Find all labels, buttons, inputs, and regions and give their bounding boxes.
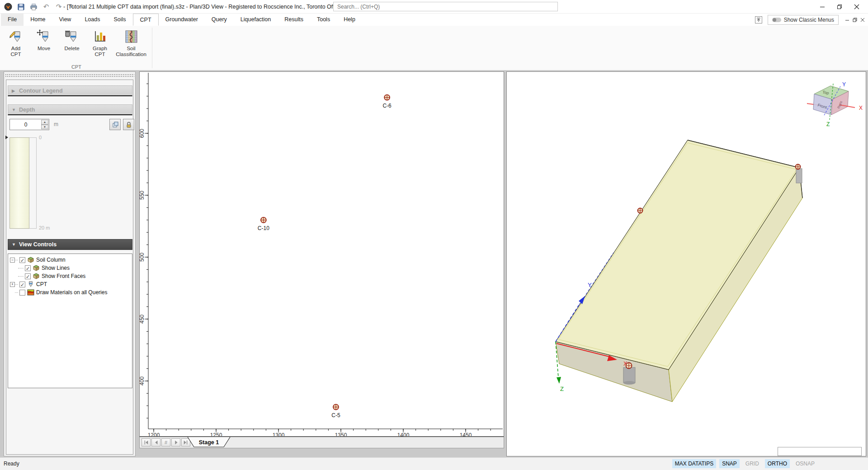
viewcube[interactable]: X Y Z Top Front Right xyxy=(807,81,863,127)
soil-column-checkbox[interactable] xyxy=(19,257,25,263)
contour-legend-header[interactable]: Contour Legend xyxy=(8,85,132,96)
status-toggle-snap[interactable]: SNAP xyxy=(719,459,740,468)
cpt-point-label: C-5 xyxy=(331,412,340,418)
tab-liquefaction[interactable]: Liquefaction xyxy=(234,14,278,26)
add-cpt-button[interactable]: AddCPT xyxy=(2,27,30,57)
status-toggle-osnap[interactable]: OSNAP xyxy=(793,459,817,468)
cpt-cone-icon xyxy=(27,281,35,288)
next-stage-button[interactable] xyxy=(171,438,180,446)
x-tick-label: 1450 xyxy=(460,432,472,436)
x-tick-label: 1400 xyxy=(397,432,410,436)
cpt-point-label: C-10 xyxy=(258,225,269,231)
cpt-checkbox[interactable] xyxy=(19,282,25,287)
mdi-close-button[interactable] xyxy=(859,16,866,24)
tab-home[interactable]: Home xyxy=(24,14,52,26)
cpt-point-label: C-6 xyxy=(382,103,392,109)
tab-query[interactable]: Query xyxy=(205,14,234,26)
spinner-up-button[interactable] xyxy=(41,120,48,125)
tab-tools[interactable]: Tools xyxy=(310,14,337,26)
x-tick-label: 1350 xyxy=(335,432,347,436)
svg-text:Z: Z xyxy=(560,385,564,392)
workspace: Contour Legend Depth m xyxy=(0,70,868,457)
status-toggle-max-datatips[interactable]: MAX DATATIPS xyxy=(672,459,716,468)
view-controls-header[interactable]: View Controls xyxy=(8,239,132,250)
scale-top-label: 0 xyxy=(39,135,42,140)
lock-depth-button[interactable] xyxy=(123,119,134,130)
expand-expander[interactable] xyxy=(10,282,15,287)
depth-header[interactable]: Depth xyxy=(8,104,132,115)
depth-scale-bracket xyxy=(29,137,37,229)
soil-model-3d[interactable] xyxy=(556,140,802,402)
status-bar: Ready MAX DATATIPSSNAPGRIDORTHOOSNAP xyxy=(0,457,868,470)
y-tick-label: 450 xyxy=(140,315,145,324)
restore-button[interactable] xyxy=(831,0,848,14)
draw-materials-checkbox[interactable] xyxy=(19,290,25,296)
stage-tab[interactable]: Stage 1 xyxy=(187,437,231,450)
tab-file[interactable]: File xyxy=(1,14,24,26)
show-front-faces-checkbox[interactable] xyxy=(25,273,31,279)
tree-item-cpt[interactable]: CPT xyxy=(8,280,132,288)
window-title: - [Tutorial 21 Multiple CPT data import … xyxy=(63,0,343,14)
tab-view[interactable]: View xyxy=(52,14,78,26)
tree-item-soil-column[interactable]: Soil Column xyxy=(8,256,132,264)
tab-cpt[interactable]: CPT xyxy=(133,14,159,26)
soil-cube-icon xyxy=(27,256,35,263)
mdi-minimize-button[interactable] xyxy=(843,16,851,24)
depth-spinner[interactable] xyxy=(9,119,49,130)
svg-text:Stage 1: Stage 1 xyxy=(199,439,219,446)
first-stage-button[interactable] xyxy=(142,438,151,446)
delete-cpt-icon xyxy=(64,29,80,44)
depth-unit-label: m xyxy=(54,121,58,127)
show-lines-checkbox[interactable] xyxy=(25,265,31,271)
graph-cpt-button[interactable]: GraphCPT xyxy=(86,27,114,57)
previous-stage-button[interactable] xyxy=(151,438,160,446)
tab-results[interactable]: Results xyxy=(278,14,310,26)
ribbon-group-label: CPT xyxy=(2,64,151,70)
stage-number-button[interactable]: # xyxy=(161,438,170,446)
tree-item-show-lines[interactable]: Show Lines xyxy=(8,264,132,272)
graph-cpt-icon xyxy=(92,29,108,44)
soil-classification-icon xyxy=(123,29,139,44)
tree-item-draw-materials[interactable]: Draw Materials on all Queries xyxy=(8,288,132,296)
apply-depth-button[interactable] xyxy=(109,119,121,130)
tab-groundwater[interactable]: Groundwater xyxy=(159,14,205,26)
tree-item-show-front-faces[interactable]: Show Front Faces xyxy=(8,272,132,280)
chevron-down-icon xyxy=(12,108,19,112)
tab-loads[interactable]: Loads xyxy=(78,14,107,26)
redo-icon[interactable]: ↷ xyxy=(54,2,63,11)
move-cpt-icon xyxy=(36,29,52,44)
tab-help[interactable]: Help xyxy=(337,14,362,26)
cpt-point-c-5[interactable]: C-5 xyxy=(331,404,340,418)
stage-bar: # Stage 1 xyxy=(139,437,504,448)
depth-position-marker[interactable] xyxy=(5,136,8,139)
close-button[interactable] xyxy=(848,0,865,14)
soil-classification-button[interactable]: SoilClassification xyxy=(114,27,148,57)
status-toggle-ortho[interactable]: ORTHO xyxy=(765,459,790,468)
save-icon[interactable] xyxy=(16,2,25,11)
collapse-expander[interactable] xyxy=(10,258,15,263)
tab-soils[interactable]: Soils xyxy=(107,14,132,26)
coordinate-readout-box xyxy=(778,447,862,456)
toggle-switch-icon xyxy=(772,18,781,22)
status-toggle-grid[interactable]: GRID xyxy=(743,459,762,468)
mdi-restore-button[interactable] xyxy=(851,16,859,24)
minimize-button[interactable] xyxy=(814,0,831,14)
print-icon[interactable] xyxy=(29,2,38,11)
soil-column-preview[interactable] xyxy=(9,137,29,229)
search-input[interactable] xyxy=(333,2,558,11)
cpt-point-c-6[interactable]: C-6 xyxy=(382,95,392,109)
cpt-point-c-10[interactable]: C-10 xyxy=(258,217,269,231)
plan-view-panel[interactable]: 120012501300135014001450600550500450400C… xyxy=(139,71,504,437)
collapse-ribbon-icon[interactable] xyxy=(754,15,763,24)
depth-value-input[interactable] xyxy=(10,119,42,130)
move-cpt-button[interactable]: Move xyxy=(30,27,58,57)
svg-text:X: X xyxy=(859,105,863,111)
undo-icon[interactable]: ↶ xyxy=(42,2,51,11)
x-tick-label: 1200 xyxy=(148,432,160,436)
spinner-down-button[interactable] xyxy=(41,125,48,130)
view-3d-panel[interactable]: X Y Z xyxy=(506,71,866,456)
sidebar-drag-handle[interactable] xyxy=(5,74,134,78)
delete-cpt-button[interactable]: Delete xyxy=(58,27,86,57)
soil-cube-icon xyxy=(32,273,40,280)
show-classic-menus-toggle[interactable]: Show Classic Menus xyxy=(768,15,839,25)
